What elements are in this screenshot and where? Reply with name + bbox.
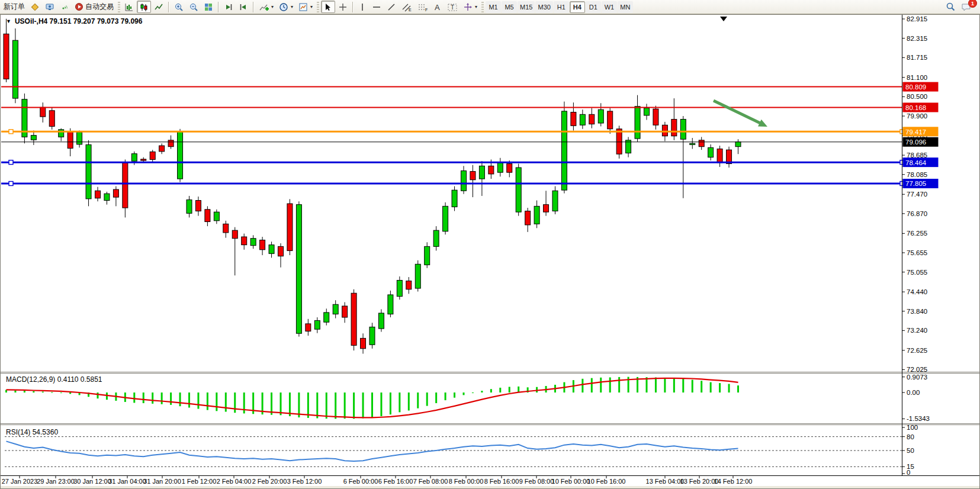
macd-histogram-bar (600, 378, 602, 393)
candle (644, 108, 650, 115)
trendline-icon (387, 2, 396, 12)
timeframe-d1[interactable]: D1 (586, 1, 601, 13)
candle (324, 313, 329, 322)
rsi-line (7, 441, 738, 461)
indicators-button[interactable]: ▾ (256, 1, 276, 13)
text-label-tool[interactable]: T (445, 1, 460, 13)
periods-button[interactable]: ▾ (277, 1, 295, 13)
search-button[interactable] (943, 1, 958, 13)
macd-histogram-bar (673, 378, 675, 393)
candle (552, 191, 558, 211)
macd-histogram-bar (701, 381, 702, 393)
candle (342, 306, 348, 317)
price-tick-label: 75.655 (907, 249, 927, 256)
tile-windows-button[interactable] (201, 1, 216, 13)
auto-scroll-button[interactable] (221, 1, 236, 13)
channel-icon: E (401, 2, 412, 12)
vertical-line-tool[interactable] (356, 1, 369, 13)
dropdown-arrow-icon[interactable]: ▾ (475, 4, 477, 9)
macd-histogram-bar (170, 393, 172, 405)
macd-histogram-bar (289, 393, 291, 416)
candle (59, 130, 64, 137)
price-tick-label: 78.085 (907, 171, 927, 178)
macd-histogram-bar (225, 393, 227, 411)
line-anchor[interactable] (9, 181, 13, 185)
candlestick-chart-icon (139, 2, 149, 12)
autotrading-button[interactable]: 自动交易 (72, 1, 116, 13)
add-indicator-icon (259, 2, 269, 12)
macd-histogram-bar (609, 377, 611, 393)
macd-histogram-bar (14, 391, 16, 393)
horizontal-line-tool[interactable] (369, 1, 384, 13)
price-tick-label: 73.240 (907, 327, 927, 334)
candlestick-chart-button[interactable] (137, 1, 151, 13)
macd-histogram-bar (692, 380, 693, 393)
dropdown-arrow-icon[interactable]: ▾ (271, 4, 274, 9)
candle (287, 204, 293, 250)
line-anchor[interactable] (9, 130, 13, 134)
new-order-button[interactable]: 新订单 (1, 1, 27, 13)
trading-terminal: 新订单 自动交易 (0, 0, 980, 489)
macd-histogram-bar (581, 379, 583, 393)
zoom-out-button[interactable] (187, 1, 201, 13)
timeframe-h1[interactable]: H1 (554, 1, 569, 13)
toolbar-grip (118, 2, 120, 12)
arrows-tool[interactable]: ▾ (461, 1, 480, 13)
symbol-dropdown-icon[interactable]: ▼ (6, 18, 11, 24)
timeframe-m5[interactable]: M5 (502, 1, 517, 13)
candle (662, 125, 667, 136)
zoom-in-button[interactable] (172, 1, 186, 13)
candle (397, 280, 402, 296)
templates-button[interactable]: ▾ (296, 1, 315, 13)
notifications-button[interactable]: 1 (959, 1, 974, 13)
macd-tick-label: 0.9073 (907, 374, 927, 381)
equidistant-channel-tool[interactable]: E (399, 1, 415, 13)
candle (406, 281, 412, 289)
chart-shift-icon (239, 2, 248, 12)
macd-histogram-bar (408, 393, 410, 410)
crosshair-icon (338, 2, 348, 12)
timeframe-m1[interactable]: M1 (486, 1, 501, 13)
price-tick-label: 76.255 (907, 230, 927, 237)
signals-button[interactable] (57, 1, 72, 13)
candle (113, 189, 118, 197)
top-marker-icon (720, 17, 727, 21)
dropdown-arrow-icon[interactable]: ▾ (291, 4, 293, 9)
dropdown-arrow-icon[interactable]: ▾ (310, 4, 313, 9)
rsi-tick-label: 0 (907, 469, 910, 476)
macd-histogram-bar (42, 392, 44, 393)
line-chart-button[interactable] (152, 1, 166, 13)
line-chart-icon (154, 2, 163, 12)
price-tick-label: 73.840 (907, 308, 927, 315)
candle (131, 154, 137, 162)
candle (306, 324, 311, 332)
virtual-hosting-button[interactable] (43, 1, 57, 13)
line-anchor[interactable] (9, 160, 13, 165)
crosshair-tool-button[interactable] (336, 1, 350, 13)
timeframe-m30[interactable]: M30 (535, 1, 552, 13)
timeframe-mn[interactable]: MN (618, 1, 633, 13)
fibonacci-tool[interactable]: F (415, 1, 430, 13)
macd-histogram-bar (344, 393, 346, 419)
candle (250, 239, 256, 246)
macd-histogram-bar (445, 393, 446, 400)
deposit-icon-button[interactable] (28, 1, 42, 13)
timeframe-m15[interactable]: M15 (518, 1, 535, 13)
chart-shift-button[interactable] (236, 1, 250, 13)
macd-histogram-bar (179, 393, 181, 406)
chart-title: USOil-,H4 79.151 79.207 79.073 79.096 (15, 17, 143, 25)
text-tool[interactable]: A (431, 1, 444, 13)
trendline-tool[interactable] (384, 1, 399, 13)
macd-histogram-bar (646, 377, 648, 393)
new-order-label: 新订单 (4, 2, 25, 12)
macd-histogram-bar (188, 393, 190, 408)
bar-chart-button[interactable] (122, 1, 136, 13)
cursor-tool-button[interactable] (321, 1, 335, 13)
candle (168, 140, 173, 147)
macd-histogram-bar (280, 393, 282, 415)
timeframe-w1[interactable]: W1 (602, 1, 617, 13)
chart-canvas[interactable]: 82.91582.31581.71581.10080.50079.90079.2… (0, 14, 980, 489)
timeframe-h4[interactable]: H4 (570, 1, 585, 13)
trend-arrow-annotation[interactable] (714, 101, 763, 124)
candle (489, 166, 494, 174)
